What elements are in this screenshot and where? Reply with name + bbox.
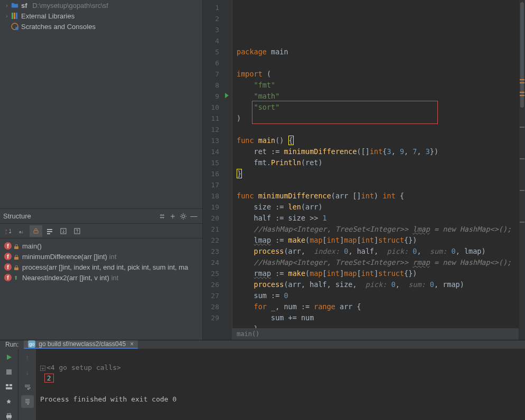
code-line[interactable]: fmt.Println(ret): [232, 157, 519, 168]
pin-button[interactable]: [3, 395, 15, 408]
editor-breadcrumb[interactable]: main(): [232, 328, 519, 340]
structure-item[interactable]: fmain(): [0, 241, 202, 251]
gutter-line-number[interactable]: 7: [203, 69, 232, 80]
receiver-icon: ⬆: [14, 275, 19, 280]
minimize-icon[interactable]: —: [189, 211, 199, 222]
external-libraries-node[interactable]: › External Libraries: [0, 11, 202, 21]
run-tab[interactable]: go go build sf/newclass2/class045 ×: [24, 340, 138, 349]
gutter-line-number[interactable]: 16: [203, 168, 232, 179]
code-line[interactable]: package main: [232, 46, 519, 58]
code-line[interactable]: rmap := make(map[int]map[int]struct{}): [232, 268, 519, 279]
code-line[interactable]: "fmt": [232, 80, 519, 91]
gutter-line-number[interactable]: 11: [203, 113, 232, 124]
code-line[interactable]: import (: [232, 69, 519, 80]
code-line[interactable]: [232, 124, 519, 135]
structure-list[interactable]: fmain()fminimumDifference(arr []int) int…: [0, 238, 202, 340]
breadcrumb-item[interactable]: main(): [237, 329, 259, 340]
code-line[interactable]: ): [232, 113, 519, 124]
code-line[interactable]: func main() {: [232, 135, 519, 146]
gutter-line-number[interactable]: 5: [203, 46, 232, 58]
structure-item-return: int: [111, 274, 119, 282]
chevron-right-icon[interactable]: ›: [3, 13, 11, 19]
down-stack-button[interactable]: ↓: [21, 366, 34, 378]
gutter-line-number[interactable]: 9: [203, 91, 232, 102]
rerun-button[interactable]: [3, 351, 15, 364]
sort-visibility-icon[interactable]: a↓: [16, 225, 29, 237]
code-line[interactable]: sum += num: [232, 312, 519, 323]
gutter-line-number[interactable]: 22: [203, 235, 232, 246]
gutter-line-number[interactable]: 19: [203, 202, 232, 213]
code-line[interactable]: lmap := make(map[int]map[int]struct{}): [232, 235, 519, 246]
editor[interactable]: 1234567891011121314151617181920212223242…: [203, 0, 525, 340]
structure-item[interactable]: fprocess(arr []int, index int, end int, …: [0, 262, 202, 272]
show-non-exported-icon[interactable]: [43, 225, 56, 237]
scratches-node[interactable]: Scratches and Consoles: [0, 21, 202, 32]
gutter-line-number[interactable]: 1: [203, 2, 232, 13]
code-line[interactable]: func minimumDifference(arr []int) int {: [232, 190, 519, 202]
up-stack-button[interactable]: ↑: [21, 351, 34, 364]
svg-rect-19: [7, 414, 11, 415]
print-button[interactable]: [3, 410, 15, 420]
show-fields-icon[interactable]: [30, 225, 42, 237]
editor-gutter[interactable]: 1234567891011121314151617181920212223242…: [203, 0, 232, 340]
code-line[interactable]: size := len(arr): [232, 202, 519, 213]
gear-icon[interactable]: [178, 211, 189, 222]
close-icon[interactable]: ×: [130, 340, 134, 348]
gutter-line-number[interactable]: 29: [203, 312, 232, 323]
soft-wrap-button[interactable]: [21, 380, 34, 393]
autoscroll-from-source-icon[interactable]: [71, 225, 83, 237]
scroll-to-end-button[interactable]: [21, 395, 34, 408]
code-line[interactable]: process(arr, half, size, pick: 0, sum: 0…: [232, 279, 519, 290]
gutter-line-number[interactable]: 18: [203, 190, 232, 202]
vertical-scrollbar[interactable]: [519, 0, 525, 340]
gutter-line-number[interactable]: 10: [203, 102, 232, 113]
run-gutter-icon[interactable]: [225, 93, 229, 98]
project-root-node[interactable]: › sf D:\mysetup\gopath\src\sf: [0, 0, 202, 11]
code-line[interactable]: }: [232, 168, 519, 179]
layout-button[interactable]: [3, 380, 15, 393]
gutter-line-number[interactable]: 8: [203, 80, 232, 91]
code-line[interactable]: "math": [232, 91, 519, 102]
structure-item-name: minimumDifference(arr []int): [22, 253, 107, 261]
collapse-icon[interactable]: [157, 211, 167, 222]
gutter-line-number[interactable]: 24: [203, 257, 232, 268]
gutter-line-number[interactable]: 25: [203, 268, 232, 279]
chevron-right-icon[interactable]: ›: [3, 3, 11, 8]
gutter-line-number[interactable]: 28: [203, 301, 232, 312]
gutter-line-number[interactable]: 4: [203, 35, 232, 46]
code-line[interactable]: sum := 0: [232, 290, 519, 301]
code-line[interactable]: //HashMap<Integer, TreeSet<Integer>> rma…: [232, 257, 519, 268]
gutter-line-number[interactable]: 26: [203, 279, 232, 290]
gutter-line-number[interactable]: 27: [203, 290, 232, 301]
gutter-line-number[interactable]: 20: [203, 213, 232, 224]
structure-item[interactable]: f⬆NearestIndex2(arr []int, v int) int: [0, 272, 202, 283]
autoscroll-source-icon[interactable]: [57, 225, 70, 237]
structure-item[interactable]: fminimumDifference(arr []int) int: [0, 251, 202, 262]
gutter-line-number[interactable]: 15: [203, 157, 232, 168]
code-line[interactable]: process(arr, index: 0, half, pick: 0, su…: [232, 246, 519, 257]
gutter-line-number[interactable]: 14: [203, 146, 232, 157]
code-line[interactable]: [232, 179, 519, 190]
gutter-line-number[interactable]: 12: [203, 124, 232, 135]
gutter-line-number[interactable]: 17: [203, 179, 232, 190]
stop-button[interactable]: [3, 366, 15, 378]
code-line[interactable]: [232, 58, 519, 69]
console-output[interactable]: +<4 go setup calls> 2 Process finished w…: [36, 349, 525, 420]
editor-code[interactable]: package mainimport ( "fmt" "math" "sort"…: [232, 0, 519, 340]
go-icon: go: [28, 340, 35, 348]
gutter-line-number[interactable]: 13: [203, 135, 232, 146]
code-line[interactable]: for _, num := range arr {: [232, 301, 519, 312]
expand-icon[interactable]: +: [40, 366, 45, 371]
code-line[interactable]: "sort": [232, 102, 519, 113]
code-line[interactable]: half := size >> 1: [232, 213, 519, 224]
gutter-line-number[interactable]: 23: [203, 246, 232, 257]
expand-icon[interactable]: [167, 211, 178, 222]
project-tree[interactable]: › sf D:\mysetup\gopath\src\sf › External…: [0, 0, 202, 208]
gutter-line-number[interactable]: 2: [203, 13, 232, 24]
sort-alpha-icon[interactable]: az: [2, 225, 15, 237]
gutter-line-number[interactable]: 3: [203, 24, 232, 35]
code-line[interactable]: ret := minimumDifference([]int{3, 9, 7, …: [232, 146, 519, 157]
gutter-line-number[interactable]: 6: [203, 58, 232, 69]
code-line[interactable]: //HashMap<Integer, TreeSet<Integer>> lma…: [232, 224, 519, 235]
gutter-line-number[interactable]: 21: [203, 224, 232, 235]
